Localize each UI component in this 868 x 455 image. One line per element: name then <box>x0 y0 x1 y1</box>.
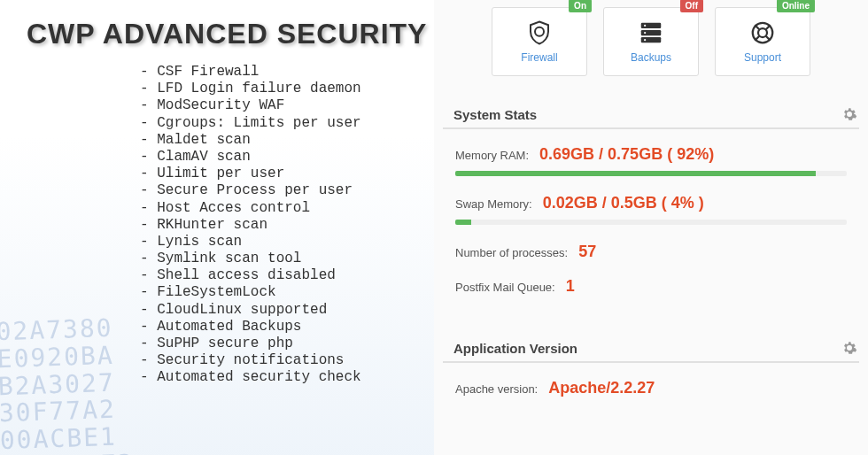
svg-point-8 <box>758 28 767 37</box>
svg-point-5 <box>644 32 646 34</box>
app-version-header: Application Version <box>443 336 859 363</box>
system-stats-body: Memory RAM: 0.69GB / 0.75GB ( 92%) Swap … <box>443 145 859 296</box>
status-badge: Off <box>680 0 703 12</box>
mailq-stat: Postfix Mail Queue: 1 <box>455 277 847 296</box>
section-title: System Stats <box>453 107 537 122</box>
tile-label: Backups <box>631 51 671 64</box>
stat-label: Swap Memory: <box>455 197 532 211</box>
feature-item: CloudLinux supported <box>140 302 361 319</box>
swap-bar-fill <box>455 220 471 225</box>
stat-label: Postfix Mail Queue: <box>455 281 555 294</box>
feature-item: Automated Backups <box>140 319 361 335</box>
feature-item: CSF Firewall <box>140 64 361 81</box>
left-panel: F02A7380 4E0920BA 0B2A3027 A30F77A2 000A… <box>0 0 434 455</box>
ram-bar <box>455 171 847 176</box>
feature-list: CSF Firewall LFD Login failure daemon Mo… <box>140 64 361 387</box>
stat-label: Memory RAM: <box>455 149 529 162</box>
gear-icon[interactable] <box>841 106 857 122</box>
feature-item: Shell access disabled <box>140 267 361 284</box>
feature-item: Automated security check <box>140 369 361 386</box>
feature-item: Cgroups: Limits per user <box>140 115 361 132</box>
stat-value: 57 <box>578 243 596 261</box>
system-stats-header: System Stats <box>443 103 859 129</box>
gear-icon[interactable] <box>841 340 857 356</box>
feature-item: RKHunter scan <box>140 217 361 234</box>
section-title: Application Version <box>453 341 577 356</box>
stat-label: Apache version: <box>455 382 538 396</box>
feature-item: FileSystemLock <box>140 284 361 301</box>
stat-value: Apache/2.2.27 <box>548 379 655 397</box>
swap-bar <box>455 220 847 225</box>
shield-icon <box>526 19 553 46</box>
support-tile[interactable]: Online Support <box>715 7 810 76</box>
feature-item: Symlink scan tool <box>140 251 361 267</box>
status-badge: Online <box>777 0 815 12</box>
feature-item: ModSecurity WAF <box>140 97 361 114</box>
feature-item: Secure Process per user <box>140 182 361 199</box>
tile-label: Support <box>744 51 781 64</box>
feature-item: Ulimit per user <box>140 166 361 182</box>
ram-bar-fill <box>455 171 816 176</box>
feature-item: Lynis scan <box>140 234 361 251</box>
app-version-body: Apache version: Apache/2.2.27 <box>443 379 859 397</box>
status-badge: On <box>569 0 592 12</box>
lifebuoy-icon <box>749 19 776 46</box>
tile-label: Firewall <box>521 51 557 64</box>
stat-value: 0.69GB / 0.75GB ( 92%) <box>539 145 714 164</box>
swap-stat: Swap Memory: 0.02GB / 0.5GB ( 4% ) <box>455 194 847 212</box>
status-tiles: On Firewall Off Backups Online Support <box>443 7 859 76</box>
decorative-hex-bg: F02A7380 4E0920BA 0B2A3027 A30F77A2 000A… <box>0 315 136 455</box>
stat-value: 1 <box>566 277 575 296</box>
ram-stat: Memory RAM: 0.69GB / 0.75GB ( 92%) <box>455 145 847 164</box>
stat-value: 0.02GB / 0.5GB ( 4% ) <box>543 194 704 212</box>
svg-point-0 <box>535 27 544 36</box>
firewall-tile[interactable]: On Firewall <box>492 7 587 76</box>
stat-label: Number of processes: <box>455 246 568 259</box>
server-stack-icon <box>638 19 664 46</box>
apache-stat: Apache version: Apache/2.2.27 <box>455 379 847 397</box>
feature-item: ClamAV scan <box>140 149 361 166</box>
feature-item: SuPHP secure php <box>140 335 361 352</box>
feature-item: Security notifications <box>140 352 361 369</box>
backups-tile[interactable]: Off Backups <box>603 7 699 76</box>
feature-item: Maldet scan <box>140 132 361 149</box>
svg-point-6 <box>644 39 646 41</box>
processes-stat: Number of processes: 57 <box>455 243 847 261</box>
feature-item: LFD Login failure daemon <box>140 81 361 97</box>
feature-item: Host Acces control <box>140 200 361 217</box>
page-title: CWP ADVANCED SECURITY <box>27 18 427 50</box>
svg-point-4 <box>644 25 646 27</box>
right-panel: On Firewall Off Backups Online Support S… <box>434 0 868 455</box>
